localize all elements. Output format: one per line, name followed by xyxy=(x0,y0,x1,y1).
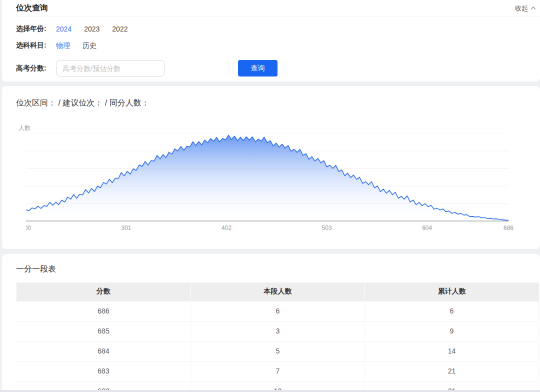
x-tick-604: 604 xyxy=(422,224,432,232)
column-header-累计人数: 累计人数 xyxy=(365,282,539,301)
x-tick-301: 301 xyxy=(122,224,132,232)
subject-option-历史[interactable]: 历史 xyxy=(82,42,96,50)
window-bottom-edge xyxy=(0,390,540,392)
table-cell: 3 xyxy=(191,321,365,341)
chart-svg[interactable]: 200301402503604686 xyxy=(26,134,526,234)
year-options: 202420232022 xyxy=(56,24,140,34)
x-tick-200: 200 xyxy=(26,224,31,232)
table-cell: 21 xyxy=(365,361,539,381)
score-table-panel: 一分一段表 分数本段人数累计人数 68666685396845146837216… xyxy=(2,254,540,392)
table-header-row: 分数本段人数累计人数 xyxy=(16,282,539,301)
score-input-label: 高考分数: xyxy=(16,64,56,73)
table-cell: 5 xyxy=(191,341,365,361)
table-cell: 7 xyxy=(191,361,365,381)
subject-filter-label: 选科科目: xyxy=(16,41,56,50)
subject-options: 物理历史 xyxy=(56,41,109,50)
score-distribution-chart[interactable]: 200301402503604686 xyxy=(26,134,540,236)
table-row: 683721 xyxy=(16,361,539,381)
year-option-2023[interactable]: 2023 xyxy=(84,25,100,33)
x-tick-503: 503 xyxy=(322,224,332,232)
table-cell: 9 xyxy=(365,321,539,341)
table-row: 68539 xyxy=(16,321,539,341)
table-cell: 14 xyxy=(365,341,539,361)
segment-table: 分数本段人数累计人数 68666685396845146837216821031 xyxy=(16,282,539,392)
year-filter-label: 选择年份: xyxy=(16,24,56,34)
table-cell: 685 xyxy=(16,321,191,341)
page: 位次查询 收起 选择年份: 202420232022 选科科目: 物理历史 高考… xyxy=(0,0,540,392)
table-row: 68666 xyxy=(16,301,539,321)
y-axis-title: 人数 xyxy=(18,124,540,131)
year-option-2024[interactable]: 2024 xyxy=(56,25,72,33)
x-tick-402: 402 xyxy=(222,224,232,232)
query-button[interactable]: 查询 xyxy=(238,60,278,76)
table-cell: 686 xyxy=(16,301,191,321)
year-option-2022[interactable]: 2022 xyxy=(112,25,128,33)
rank-query-panel: 位次查询 收起 选择年份: 202420232022 选科科目: 物理历史 高考… xyxy=(2,0,540,82)
collapse-toggle[interactable]: 收起 xyxy=(515,4,535,13)
table-cell: 684 xyxy=(16,341,191,361)
table-cell: 6 xyxy=(191,301,365,321)
table-cell: 6 xyxy=(365,301,539,321)
year-filter-row: 选择年份: 202420232022 xyxy=(2,24,540,34)
score-input-row: 高考分数: 查询 xyxy=(2,60,540,76)
subject-option-物理[interactable]: 物理 xyxy=(56,42,70,50)
score-input[interactable] xyxy=(56,60,165,76)
panel-header: 位次查询 收起 xyxy=(2,0,540,16)
collapse-label: 收起 xyxy=(515,4,528,13)
column-header-本段人数: 本段人数 xyxy=(191,282,365,301)
result-panel: 位次区间： / 建议位次： / 同分人数： 人数 200301402503604… xyxy=(2,86,540,249)
x-tick-686: 686 xyxy=(504,224,514,232)
chevron-up-icon xyxy=(531,7,536,12)
table-title: 一分一段表 xyxy=(16,264,540,274)
subject-filter-row: 选科科目: 物理历史 xyxy=(2,40,540,50)
header-divider xyxy=(16,16,540,17)
result-summary: 位次区间： / 建议位次： / 同分人数： xyxy=(16,98,540,108)
column-header-分数: 分数 xyxy=(16,282,191,301)
table-row: 684514 xyxy=(16,341,539,361)
table-cell: 683 xyxy=(16,361,191,381)
page-title: 位次查询 xyxy=(16,3,48,14)
